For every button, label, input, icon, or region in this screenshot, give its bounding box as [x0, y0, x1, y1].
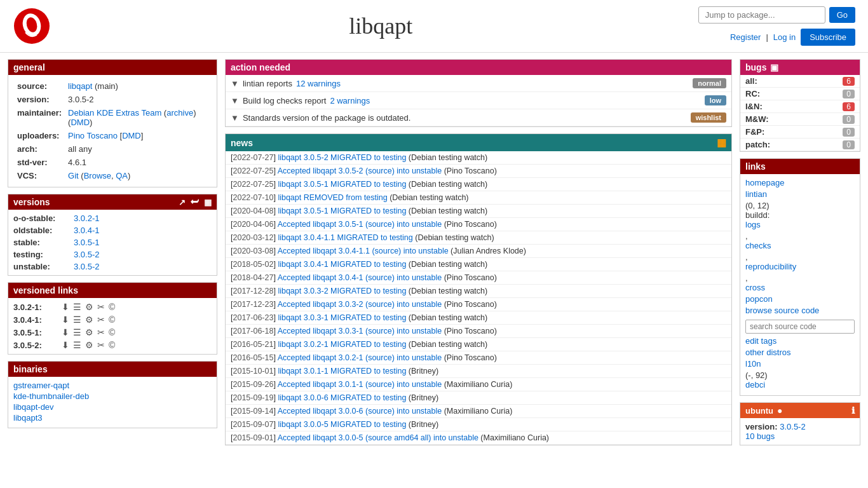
news-link[interactable]: libqapt 3.0.3-1 MIGRATED to testing	[278, 313, 406, 322]
vlink-download-icon[interactable]: ⬇	[62, 340, 69, 350]
news-link[interactable]: Accepted libqapt 3.0.1-1 (source) into u…	[278, 380, 442, 389]
news-link[interactable]: Accepted libqapt 3.0.4-1 (source) into u…	[278, 273, 442, 282]
logs-link[interactable]: logs	[745, 220, 855, 229]
reproducibility-link[interactable]: reproducibility	[745, 262, 855, 271]
news-link[interactable]: libqapt REMOVED from testing	[278, 193, 387, 202]
action-expand-icon[interactable]: ▼	[231, 79, 239, 88]
news-link[interactable]: libqapt 3.0.5-1 MIGRATED to testing	[278, 207, 406, 215]
bug-count[interactable]: 6	[843, 77, 855, 86]
ubuntu-bugs-link[interactable]: 10 bugs	[745, 431, 775, 441]
action-item: ▼Standards version of the package is out…	[226, 109, 731, 126]
cross-link[interactable]: cross	[745, 283, 855, 292]
news-link[interactable]: libqapt 3.0.0-5 MIGRATED to testing	[278, 420, 406, 429]
vlink-diff-icon[interactable]: ✂	[97, 302, 105, 312]
version-link[interactable]: 3.0.5-2	[74, 250, 99, 259]
vlink-download-icon[interactable]: ⬇	[62, 302, 69, 312]
maintainer-link[interactable]: Debian KDE Extras Team	[68, 108, 161, 118]
login-link[interactable]: Log in	[773, 32, 796, 42]
vlink-diff-icon[interactable]: ✂	[97, 315, 105, 325]
action-expand-icon[interactable]: ▼	[231, 113, 239, 123]
binary-link[interactable]: libqapt3	[13, 413, 212, 423]
jump-input[interactable]	[698, 6, 825, 24]
news-link[interactable]: Accepted libqapt 3.0.0-5 (source amd64 a…	[278, 433, 478, 442]
vlink-list-icon[interactable]: ☰	[73, 340, 81, 350]
center-column: action needed ▼lintian reports 12 warnin…	[225, 59, 732, 452]
archive-link[interactable]: archive	[166, 108, 193, 118]
vlink-download-icon[interactable]: ⬇	[62, 327, 69, 337]
vlink-changelog-icon[interactable]: ⚙	[85, 315, 93, 325]
bug-count[interactable]: 6	[843, 102, 855, 111]
vlink-list-icon[interactable]: ☰	[73, 315, 81, 325]
news-link[interactable]: Accepted libqapt 3.0.0-6 (source) into u…	[278, 407, 442, 416]
versions-icon-expand[interactable]: ↗	[179, 198, 186, 207]
binary-link[interactable]: libqapt-dev	[13, 402, 212, 412]
ubuntu-version-link[interactable]: 3.0.5-2	[780, 422, 805, 431]
vlink-download-icon[interactable]: ⬇	[62, 315, 69, 325]
vlink-copyright-icon[interactable]: ©	[109, 315, 115, 325]
vlink-diff-icon[interactable]: ✂	[97, 327, 105, 337]
bugs-chart-icon[interactable]: ▣	[770, 62, 778, 72]
vlink-changelog-icon[interactable]: ⚙	[85, 302, 93, 312]
register-link[interactable]: Register	[730, 32, 761, 42]
bug-count[interactable]: 0	[843, 115, 855, 124]
vlink-copyright-icon[interactable]: ©	[109, 302, 115, 312]
checks-link[interactable]: checks	[745, 241, 855, 250]
vcs-browse-link[interactable]: Browse	[84, 171, 111, 180]
maintainer-dmd-link[interactable]: DMD	[71, 118, 90, 127]
version-link[interactable]: 3.0.5-2	[74, 262, 99, 271]
action-link[interactable]: 12 warnings	[296, 79, 341, 88]
news-link[interactable]: Accepted libqapt 3.0.3-2 (source) into u…	[278, 300, 442, 309]
vlink-list-icon[interactable]: ☰	[73, 327, 81, 337]
popcon-link[interactable]: popcon	[745, 294, 855, 304]
action-link[interactable]: 2 warnings	[330, 96, 370, 105]
debci-link[interactable]: debci	[745, 380, 855, 390]
news-link[interactable]: libqapt 3.0.5-2 MIGRATED to testing	[278, 153, 406, 162]
source-link[interactable]: libqapt	[68, 81, 92, 91]
bug-count[interactable]: 0	[843, 90, 855, 98]
vlink-copyright-icon[interactable]: ©	[109, 327, 115, 337]
search-source-code-input[interactable]	[745, 320, 855, 334]
vcs-qa-link[interactable]: QA	[116, 171, 128, 180]
vlink-list-icon[interactable]: ☰	[73, 302, 81, 312]
l10n-link[interactable]: l10n	[745, 359, 855, 369]
version-link[interactable]: 3.0.2-1	[74, 214, 99, 223]
binary-link[interactable]: kde-thumbnailer-deb	[13, 391, 212, 401]
vcs-git-link[interactable]: Git	[68, 171, 79, 180]
vlink-changelog-icon[interactable]: ⚙	[85, 327, 93, 337]
vlink-copyright-icon[interactable]: ©	[109, 340, 115, 350]
edit-tags-link[interactable]: edit tags	[745, 336, 855, 346]
versions-icon-external[interactable]: ⮨	[191, 198, 199, 207]
vlink-changelog-icon[interactable]: ⚙	[85, 340, 93, 350]
news-date: 2015-09-26	[233, 380, 273, 389]
uploader-link[interactable]: Pino Toscano	[68, 131, 118, 140]
news-link[interactable]: libqapt 3.0.4-1.1 MIGRATED to testing	[278, 233, 412, 242]
uploader-dmd-link[interactable]: DMD	[122, 131, 141, 140]
version-link[interactable]: 3.0.4-1	[74, 226, 99, 235]
subscribe-button[interactable]: Subscribe	[801, 29, 855, 46]
go-button[interactable]: Go	[829, 7, 855, 23]
homepage-link[interactable]: homepage	[745, 178, 855, 187]
version-link[interactable]: 3.0.5-1	[74, 238, 99, 247]
news-link[interactable]: libqapt 3.0.1-1 MIGRATED to testing	[278, 367, 406, 376]
news-link[interactable]: Accepted libqapt 3.0.5-1 (source) into u…	[278, 220, 442, 229]
news-link[interactable]: libqapt 3.0.3-2 MIGRATED to testing	[278, 287, 406, 295]
news-link[interactable]: Accepted libqapt 3.0.3-1 (source) into u…	[278, 327, 442, 336]
news-link[interactable]: Accepted libqapt 3.0.5-2 (source) into u…	[278, 166, 442, 175]
news-link[interactable]: Accepted libqapt 3.0.4-1.1 (source) into…	[278, 247, 449, 255]
news-link[interactable]: Accepted libqapt 3.0.2-1 (source) into u…	[278, 353, 442, 362]
ubuntu-info-icon[interactable]: ℹ	[851, 405, 855, 416]
vlink-diff-icon[interactable]: ✂	[97, 340, 105, 350]
bug-count[interactable]: 0	[843, 140, 855, 149]
news-link[interactable]: libqapt 3.0.5-1 MIGRATED to testing	[278, 180, 406, 189]
rss-icon[interactable]: ▦	[717, 137, 726, 149]
news-link[interactable]: libqapt 3.0.0-6 MIGRATED to testing	[278, 393, 406, 402]
binary-link[interactable]: gstreamer-qapt	[13, 381, 212, 390]
news-link[interactable]: libqapt 3.0.4-1 MIGRATED to testing	[278, 260, 406, 269]
news-link[interactable]: libqapt 3.0.2-1 MIGRATED to testing	[278, 340, 406, 349]
bug-count[interactable]: 0	[843, 128, 855, 137]
lintian-link[interactable]: lintian	[745, 189, 855, 199]
other-distros-link[interactable]: other distros	[745, 348, 855, 357]
versions-icon-download[interactable]: ▦	[204, 198, 212, 207]
browse-source-code-link[interactable]: browse source code	[745, 306, 855, 315]
action-expand-icon[interactable]: ▼	[231, 96, 239, 105]
